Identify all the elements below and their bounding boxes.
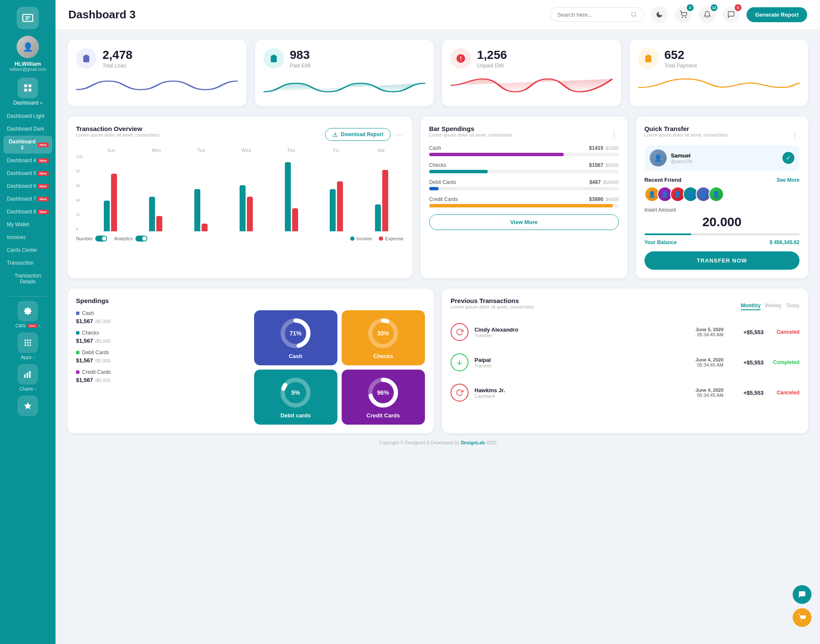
- svg-rect-14: [24, 374, 26, 378]
- sidebar-cms-icon[interactable]: [18, 301, 38, 321]
- total-payment-sparkline: [638, 75, 800, 96]
- sidebar-star-icon[interactable]: [18, 396, 38, 416]
- sidebar-item-dashboard-5[interactable]: Dashboard 5 New: [3, 167, 52, 179]
- see-more-btn[interactable]: See More: [777, 177, 800, 183]
- sidebar-item-dashboard-7[interactable]: Dashboard 7 New: [3, 193, 52, 205]
- total-payment-icon: [643, 53, 653, 64]
- sidebar-item-dashboard-dark[interactable]: Dashboard Dark: [3, 123, 52, 135]
- paid-emi-label: Paid EMI: [290, 63, 311, 69]
- message-icon: [727, 11, 735, 18]
- amount-slider[interactable]: [644, 233, 800, 235]
- quick-transfer-title: Quick Transfer: [644, 125, 728, 132]
- svg-point-18: [632, 12, 636, 16]
- cart-icon-float: [798, 613, 806, 622]
- spending-row-checks: Checks $1567 $5000: [429, 162, 619, 173]
- sidebar-dashboard-label[interactable]: Dashboard ▾: [13, 100, 42, 106]
- spendings-grid: Cash $1,567 /$5,000 Checks: [76, 310, 425, 425]
- total-loan-sparkline: [76, 75, 238, 96]
- transfer-now-button[interactable]: TRANSFER NOW: [644, 251, 800, 270]
- search-icon: [631, 11, 637, 18]
- bar-mon-teal: [149, 197, 155, 231]
- donut-svg-checks: 30%: [366, 316, 400, 350]
- sidebar-item-transaction-details[interactable]: Transaction Details: [3, 270, 52, 288]
- search-input[interactable]: [557, 12, 627, 18]
- sidebar-logo[interactable]: [17, 7, 39, 29]
- sidebar-item-dashboard-light[interactable]: Dashboard Light: [3, 110, 52, 122]
- chart-bars-area: 100 80 60 40 20 0: [76, 154, 404, 231]
- bar-group-fri: [315, 181, 358, 231]
- spending-row-cash: Cash $1415 $2000: [429, 145, 619, 156]
- badge-new-cms: New: [28, 324, 37, 328]
- sidebar-apps-label[interactable]: Apps ›: [21, 355, 35, 360]
- bar-fri-red: [337, 181, 343, 231]
- balance-value: $ 456,345.62: [770, 239, 800, 245]
- donut-label-cash: Cash: [289, 353, 302, 359]
- trans-amount-paipal: +$5,553: [734, 359, 764, 366]
- unpaid-emi-icon-bg: [451, 48, 471, 69]
- sidebar-charts-icon[interactable]: [18, 364, 38, 385]
- bell-btn[interactable]: 12: [699, 6, 716, 23]
- bar-spendings-menu[interactable]: ⋮: [610, 130, 619, 139]
- sidebar-divider: [8, 296, 47, 297]
- sidebar-item-cards-center[interactable]: Cards Center: [3, 244, 52, 256]
- sidebar-item-transaction[interactable]: Transaction: [3, 257, 52, 269]
- sidebar: 👤 Hi,William william@gmail.com Dashboard…: [0, 0, 56, 644]
- transfer-check-icon[interactable]: ✓: [782, 152, 794, 164]
- bar-sat-teal: [375, 204, 381, 231]
- chat-icon: [798, 590, 806, 599]
- tab-weekly[interactable]: Weekly: [765, 303, 782, 310]
- svg-marker-17: [24, 402, 32, 409]
- sidebar-item-my-wallet[interactable]: My Wallet: [3, 219, 52, 230]
- sidebar-item-dashboard-3[interactable]: Dashboard 3 New: [3, 136, 52, 154]
- sidebar-username: Hi,William: [15, 61, 41, 67]
- y-axis: 100 80 60 40 20 0: [76, 154, 82, 231]
- cart-btn[interactable]: 2: [675, 6, 692, 23]
- total-loan-icon-bg: [76, 48, 97, 69]
- floating-cart-btn[interactable]: [793, 608, 811, 627]
- toggle-analytics[interactable]: [135, 236, 147, 242]
- amount-display: 20.000: [644, 215, 800, 229]
- bar-mon-red: [156, 216, 162, 231]
- svg-text:5%: 5%: [291, 389, 300, 396]
- quick-transfer-menu[interactable]: ⋮: [791, 130, 800, 139]
- svg-rect-11: [25, 344, 26, 346]
- svg-rect-6: [27, 340, 28, 341]
- sidebar-cms-label[interactable]: CMS New ›: [15, 323, 40, 328]
- moon-btn[interactable]: [651, 6, 668, 23]
- sidebar-item-dashboard-4[interactable]: Dashboard 4 New: [3, 154, 52, 166]
- trans-amount-cindy: +$5,553: [734, 329, 764, 335]
- toggle-number[interactable]: [95, 236, 107, 242]
- trans-amount-hawkins: +$5,553: [734, 390, 764, 396]
- tab-monthly[interactable]: Monthly: [741, 303, 761, 310]
- trans-icon-cindy: [451, 323, 469, 341]
- generate-report-button[interactable]: Generate Report: [747, 7, 807, 22]
- sidebar-item-invoices[interactable]: Invoices: [3, 231, 52, 243]
- total-loan-label: Total Loan: [102, 63, 132, 69]
- paid-emi-icon-bg: [264, 48, 284, 69]
- sidebar-apps-icon[interactable]: [18, 332, 38, 353]
- sidebar-dashboard-icon[interactable]: [18, 78, 38, 98]
- chart-legend: Number Analytics Income Expense: [76, 236, 404, 242]
- search-box[interactable]: [550, 7, 644, 22]
- sidebar-item-dashboard-6[interactable]: Dashboard 6 New: [3, 180, 52, 192]
- donut-svg-credit: 96%: [366, 376, 400, 410]
- legend-expense: Expense: [379, 236, 404, 241]
- sidebar-charts-label[interactable]: Charts ›: [19, 386, 36, 391]
- spending-item-cash: Cash $1,567 /$5,000: [76, 310, 247, 325]
- bar-group-sun: [89, 174, 132, 231]
- tab-today[interactable]: Today: [786, 303, 800, 310]
- unpaid-emi-icon: [456, 53, 466, 64]
- donut-card-cash: 71% Cash: [254, 310, 337, 365]
- friend-avatar-6[interactable]: 👤: [709, 186, 724, 202]
- download-report-button[interactable]: Download Report: [325, 128, 390, 141]
- paid-emi-sparkline: [264, 75, 425, 96]
- view-more-button[interactable]: View More: [429, 214, 619, 230]
- transaction-overview-menu[interactable]: ⋯: [395, 130, 404, 139]
- svg-rect-2: [24, 89, 27, 91]
- message-btn[interactable]: 5: [723, 6, 740, 23]
- footer-brand-link[interactable]: DexignLab: [461, 440, 485, 445]
- sidebar-item-dashboard-8[interactable]: Dashboard 8 New: [3, 206, 52, 218]
- floating-chat-btn[interactable]: [793, 585, 811, 604]
- stat-card-total-payment: 652 Total Payment: [630, 40, 808, 106]
- floating-buttons: [793, 585, 811, 627]
